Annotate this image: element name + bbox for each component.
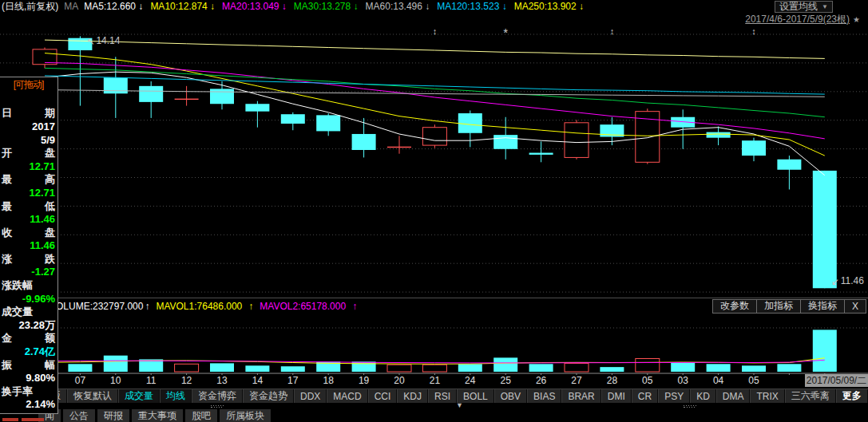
indicator-tab[interactable]: CCI [368,389,398,403]
volume-value: VOLUME:232797.000 [50,301,143,312]
x-axis-label: 28 [607,375,617,386]
x-axis-label: 07 [75,375,85,386]
quote-row-label: 日期 [2,107,55,120]
ma-legend-item: MA250:13.902 ↓ [514,1,584,12]
ma-legend-item: MA30:13.278 ↓ [294,1,359,12]
switch-indicator-button[interactable]: 换指标 [800,300,844,313]
ma-legend-item: MA10:12.874 ↓ [150,1,215,12]
indicator-tab[interactable]: DMA [716,389,751,403]
ma-legend-item: MA60:13.496 ↓ [366,1,430,12]
quote-info-panel[interactable]: [可拖动] 日期20175/9开盘12.71最高12.71最低11.46收盘11… [0,77,58,414]
indicator-tab[interactable]: DDX [294,389,327,403]
event-marker-icon: ↕ [751,26,756,36]
add-indicator-button[interactable]: 加指标 [756,300,800,313]
quote-row-value: 23.28万 [2,319,55,333]
collapse-caret-icon[interactable]: ▼ [456,401,463,409]
ma-prefix: MA [64,1,78,12]
x-axis: 0710111213141718192021242526272805030405… [0,373,868,388]
quote-row-label: 开盘 [2,147,55,160]
mavol1-value: MAVOL1:76486.000 [156,301,242,312]
clipped-text-fragment [2,418,18,421]
x-axis-label: 10 [110,375,121,386]
price-annotation: 14.14 [96,35,120,46]
set-ma-button[interactable]: 设置均线 ▼ [775,1,833,13]
indicator-tab[interactable]: TRIX [750,389,784,403]
quote-row-value: -1.27 [2,266,55,279]
quote-row-label: 换手率 [2,385,55,399]
indicator-tab[interactable]: RSI [428,389,457,403]
indicator-buttons: 改参数加指标换指标X [712,299,866,314]
ma-legend-item: MA5:12.660 ↓ [84,1,143,12]
indicator-tab[interactable]: MACD [327,389,367,403]
x-axis-label: 20 [394,375,404,386]
chevron-down-icon: ▼ [822,2,828,12]
pane-splitter[interactable]: ▼ [0,403,868,409]
indicator-tab[interactable]: 成交量 [118,389,160,403]
indicator-tab[interactable]: KDJ [397,389,428,403]
splitter-grip[interactable] [211,405,224,408]
x-axis-label: 12 [181,375,192,386]
event-marker-icon: ↕ [610,26,615,36]
annotation-arrow-icon: ↖ [86,36,94,47]
quote-row-label: 涨跌 [2,253,55,266]
candlestick-chart[interactable]: ↕*↕↕↖14.14↙11.46 [0,22,868,375]
x-axis-label: 17 [287,375,298,386]
quote-row-value: 5/9 [2,134,55,148]
indicator-tab[interactable]: CR [632,389,658,403]
ma-legend-item: MA20:13.049 ↓ [222,1,287,12]
quote-row-value: 12.71 [2,160,55,174]
period-label: (日线,前复权) [2,0,58,14]
price-annotation: 11.46 [841,275,864,286]
ma-legend-bar: (日线,前复权) MA MA5:12.660 ↓MA10:12.874 ↓MA2… [0,0,868,13]
quote-row-label: 涨跌幅 [2,279,55,293]
quote-row-label: 最低 [2,200,55,214]
ma-legend-item: MA120:13.523 ↓ [437,1,506,12]
info-tab[interactable]: 公告 [63,409,95,422]
stock-chart-window: (日线,前复权) MA MA5:12.660 ↓MA10:12.874 ↓MA2… [0,0,868,422]
indicator-tab[interactable]: 恢复默认 [67,389,118,403]
x-axis-label: 26 [536,375,546,386]
cursor-date-box[interactable]: 2017/05/09/二 [805,374,868,387]
indicator-tab[interactable]: 三六乖离 [785,389,836,403]
x-axis-label: 18 [323,375,334,386]
info-tab[interactable]: 研报 [97,409,129,422]
x-axis-label: 27 [571,375,581,386]
indicator-tab[interactable]: BIAS [527,389,561,403]
info-tab-strip: 闻公告研报重大事项股吧所属板块 [0,409,868,422]
drag-hint[interactable]: [可拖动] [2,78,55,92]
annotation-arrow-icon: ↙ [831,276,839,287]
change-params-button[interactable]: 改参数 [713,300,756,313]
quote-row-value: 2017 [2,120,55,134]
splitter-grip[interactable] [684,405,696,408]
indicator-tab[interactable]: KD [690,389,716,403]
quote-row-label: 成交量 [2,306,55,319]
info-tab[interactable]: 股吧 [185,409,217,422]
x-axis-label: 19 [359,375,369,386]
indicator-tab[interactable]: 均线 [160,389,192,403]
indicator-tab[interactable]: PSY [658,389,690,403]
clipped-text-fragment [22,418,44,421]
indicator-tab[interactable]: OBV [494,389,527,403]
up-arrow-icon: ↑ [145,301,149,312]
x-axis-label: 21 [430,375,440,386]
x-axis-label: 03 [678,375,688,386]
info-tab[interactable]: 所属板块 [220,409,271,422]
indicator-tab[interactable]: DMI [601,389,632,403]
quote-row-label: 振幅 [2,359,55,373]
indicator-tab[interactable]: 更多 [836,389,868,403]
up-arrow-icon: ↑ [248,301,253,312]
indicator-tab[interactable]: 资金趋势 [243,389,294,403]
mavol2-value: MAVOL2:65178.000 [260,301,346,312]
quote-row-value: 2.14% [2,398,55,412]
close-indicator-button[interactable]: X [844,300,866,313]
x-axis-label: 04 [713,375,723,386]
indicator-tab[interactable]: 资金博弈 [192,389,243,403]
event-marker-icon: * [503,26,508,39]
set-ma-label: 设置均线 [779,2,818,12]
indicator-tab-strip: 版恢复默认成交量均线资金博弈资金趋势DDXMACDCCIKDJRSIBOLLOB… [0,388,868,403]
x-axis-label: 05 [748,375,759,386]
info-tab[interactable]: 重大事项 [132,409,183,422]
quote-row-value: 2.74亿 [2,345,55,359]
x-axis-label: 13 [216,375,227,386]
indicator-tab[interactable]: BRAR [561,389,600,403]
